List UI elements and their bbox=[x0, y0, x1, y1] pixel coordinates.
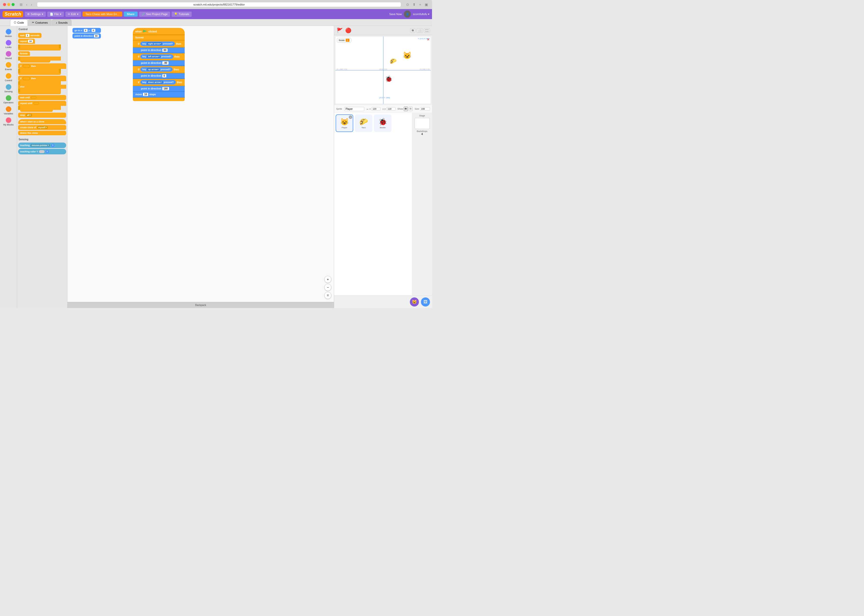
sidebar-item-control[interactable]: Control bbox=[1, 72, 16, 83]
edit-button[interactable]: ✏ Edit ▾ bbox=[65, 11, 81, 17]
point-90-block[interactable]: point in direction 90 bbox=[133, 47, 184, 53]
tab-costumes[interactable]: ✂ Costumes bbox=[28, 19, 52, 26]
operators-dot bbox=[6, 95, 11, 101]
taco-sprite-icon: 🌮 bbox=[359, 118, 368, 126]
sprite-name-input[interactable] bbox=[344, 107, 364, 111]
extensions-btn[interactable]: ▣ bbox=[424, 2, 429, 7]
if-up-arrow-block[interactable]: if key up arrow ▾ pressed? then bbox=[133, 66, 184, 73]
sprite-y-input[interactable] bbox=[386, 107, 396, 111]
scripts-container[interactable]: go to x: 0 y: 0 point in direction 90 bbox=[68, 26, 334, 302]
add-sprite-button[interactable]: 😺 bbox=[410, 297, 419, 306]
sidebar-item-motion[interactable]: Motion bbox=[1, 28, 16, 38]
tutorials-button[interactable]: 💡 Tutorials bbox=[172, 11, 192, 17]
stage-close-btn[interactable]: ✕ bbox=[427, 38, 430, 41]
tab-code[interactable]: ⬡ Code bbox=[10, 19, 28, 26]
move-steps-block[interactable]: move 10 steps bbox=[133, 92, 184, 97]
settings-button[interactable]: ⚙ Settings ▾ bbox=[25, 11, 46, 17]
if-right-arrow-block[interactable]: if key right arrow ▾ pressed? then bbox=[133, 41, 184, 47]
normal-stage-btn[interactable]: ⬜ bbox=[416, 28, 423, 33]
touching-color-block[interactable]: touching color ? ? bbox=[18, 149, 66, 154]
maximize-dot[interactable] bbox=[11, 3, 14, 6]
when-start-as-clone-block[interactable]: when I start as a clone bbox=[18, 119, 66, 124]
zoom-in-button[interactable]: + bbox=[324, 276, 331, 283]
stop-button[interactable]: 🔴 bbox=[345, 27, 352, 34]
y-bottom-label: (X:0,Y:-180) bbox=[379, 97, 390, 99]
when-flag-clicked-hat[interactable]: when clicked bbox=[133, 28, 184, 35]
edit-icon: ✏ bbox=[68, 13, 70, 16]
forward-btn[interactable]: › bbox=[30, 2, 33, 7]
small-stage-btn[interactable]: ⧉ bbox=[410, 28, 415, 33]
sprite-thumb-taco[interactable]: 🌮 Taco bbox=[355, 115, 372, 132]
repeat-block[interactable]: repeat 10 bbox=[18, 39, 66, 44]
user-chevron-icon: ▾ bbox=[428, 13, 429, 16]
zoom-out-button[interactable]: − bbox=[324, 284, 331, 291]
scratch-logo: Scratch bbox=[3, 11, 23, 17]
minimize-dot[interactable] bbox=[7, 3, 10, 6]
size-input[interactable] bbox=[420, 107, 430, 111]
downloads-btn[interactable]: ⊙ bbox=[405, 2, 410, 7]
sprite-thumb-beetle[interactable]: 🐞 Beetle bbox=[374, 115, 391, 132]
sound-dot bbox=[6, 51, 11, 57]
backpack-bar[interactable]: Backpack bbox=[68, 302, 334, 308]
fullscreen-btn[interactable]: ⛶ bbox=[424, 28, 430, 33]
save-now-button[interactable]: Save Now bbox=[389, 13, 402, 16]
sidebar-item-operators[interactable]: Operators bbox=[1, 94, 16, 105]
project-name-button[interactable]: Taco Chase with More En... bbox=[82, 11, 123, 17]
sidebar-item-sound[interactable]: Sound bbox=[1, 50, 16, 61]
sprite-delete-player[interactable]: × bbox=[349, 115, 352, 119]
if-left-arrow-block[interactable]: if key left arrow ▾ pressed? then bbox=[133, 53, 184, 60]
stop-all-block[interactable]: stop all ▾ bbox=[18, 113, 66, 118]
stage-thumbnail[interactable] bbox=[415, 118, 430, 129]
point-180-block[interactable]: point in direction 180 bbox=[133, 86, 184, 92]
if-else-block[interactable]: if then bbox=[18, 76, 66, 81]
touching-mousepointer-block[interactable]: touching mouse-pointer ▾ ? bbox=[18, 143, 66, 148]
sidebar-toggle-btn[interactable]: ⊞ bbox=[19, 2, 24, 7]
share-button[interactable]: Share bbox=[124, 11, 138, 17]
sidebar-item-myblocks[interactable]: My Blocks bbox=[1, 116, 16, 127]
back-btn[interactable]: ‹ bbox=[25, 2, 28, 7]
point-neg90-block[interactable]: point in direction -90 bbox=[133, 60, 184, 66]
wait-until-block[interactable]: wait until bbox=[18, 95, 66, 100]
backdrops-count: 4 bbox=[421, 132, 423, 135]
sidebar-item-events[interactable]: Events bbox=[1, 61, 16, 72]
if-then-block[interactable]: if then bbox=[18, 63, 66, 69]
forever-block[interactable]: forever bbox=[18, 51, 66, 56]
sidebar-item-variables[interactable]: Variables bbox=[1, 105, 16, 116]
sprite-thumb-player[interactable]: × 😺 Player bbox=[336, 115, 353, 132]
wait-seconds-block[interactable]: wait 1 seconds bbox=[18, 33, 66, 38]
new-tab-btn[interactable]: + bbox=[418, 2, 422, 7]
username-button[interactable]: scornfultofu ▾ bbox=[413, 13, 429, 16]
repeat-until-block[interactable]: repeat until bbox=[18, 101, 66, 106]
show-label: Show bbox=[397, 108, 403, 110]
tab-sounds[interactable]: ♪ Sounds bbox=[52, 19, 71, 26]
sound-label: Sound bbox=[5, 57, 11, 60]
browser-titlebar: ⊞ ‹ › scratch.mit.edu/projects/882161779… bbox=[0, 0, 432, 9]
browser-window: ⊞ ‹ › scratch.mit.edu/projects/882161779… bbox=[0, 0, 432, 308]
zoom-fit-button[interactable]: = bbox=[324, 292, 331, 299]
nav-right-section: Save Now 👤 scornfultofu ▾ bbox=[389, 11, 429, 17]
sprite-x-input[interactable] bbox=[371, 107, 380, 111]
green-flag-button[interactable]: 🚩 bbox=[336, 27, 343, 34]
stage-area: 🚩 🔴 ⧉ ⬜ ⛶ Y (X:0,Y:180) (X:-240,Y:0) bbox=[334, 26, 432, 308]
chevron-down-icon: ▾ bbox=[42, 13, 43, 16]
costumes-tab-icon: ✂ bbox=[32, 21, 34, 24]
close-dot[interactable] bbox=[3, 3, 6, 6]
address-bar[interactable]: scratch.mit.edu/projects/882161779/edito… bbox=[37, 2, 401, 7]
forever-script-block[interactable]: forever bbox=[133, 35, 184, 41]
sidebar-item-sensing[interactable]: Sensing bbox=[1, 83, 16, 94]
script-area[interactable]: go to x: 0 y: 0 point in direction 90 bbox=[68, 26, 334, 308]
point-0-block[interactable]: point in direction 0 bbox=[133, 73, 184, 79]
see-project-button[interactable]: 🔗 See Project Page bbox=[139, 11, 170, 17]
create-clone-block[interactable]: create clone of myself ▾ bbox=[18, 125, 66, 130]
if-down-arrow-block[interactable]: if key down arrow ▾ pressed? then bbox=[133, 79, 184, 86]
add-backdrop-button[interactable]: 🖼 bbox=[421, 297, 430, 306]
show-eye-open[interactable]: 👁 bbox=[404, 107, 408, 111]
sidebar-item-looks[interactable]: Looks bbox=[1, 39, 16, 50]
sprites-list: × 😺 Player 🌮 Taco 🐞 Beetle bbox=[334, 113, 412, 295]
delete-clone-block[interactable]: delete this clone bbox=[18, 131, 66, 135]
file-button[interactable]: 📄 File ▾ bbox=[47, 11, 64, 17]
go-to-xy-block[interactable]: go to x: 0 y: 0 bbox=[73, 28, 101, 33]
show-eye-closed[interactable]: 👁 bbox=[408, 107, 413, 111]
point-in-direction-block-top[interactable]: point in direction 90 bbox=[73, 33, 101, 38]
share-browser-btn[interactable]: ⬆ bbox=[412, 2, 417, 7]
